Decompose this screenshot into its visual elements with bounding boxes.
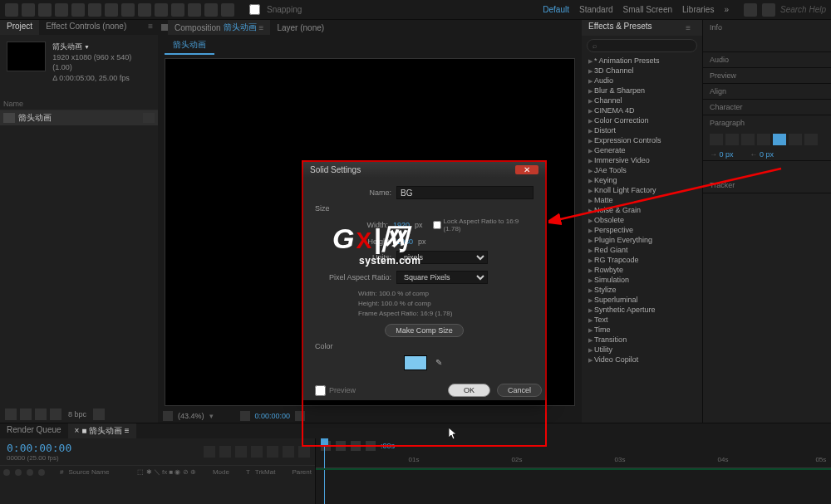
effects-category[interactable]: Color Correction xyxy=(582,115,702,125)
tl-fx-icon[interactable] xyxy=(251,446,263,458)
tab-close-icon[interactable] xyxy=(161,24,168,31)
effects-category[interactable]: Perspective xyxy=(582,225,702,235)
effects-category[interactable]: Expression Controls xyxy=(582,135,702,145)
name-input[interactable] xyxy=(396,186,534,199)
color-swatch[interactable] xyxy=(404,355,427,370)
panel-menu-icon[interactable]: ≡ xyxy=(143,20,158,35)
tl-shy-icon[interactable] xyxy=(235,446,247,458)
effects-category[interactable]: Video Copilot xyxy=(582,355,702,365)
selection-tool-icon[interactable] xyxy=(5,3,18,17)
source-name-column[interactable]: Source Name xyxy=(68,468,109,476)
tl-motion-blur-icon[interactable] xyxy=(267,446,278,458)
new-comp-icon[interactable] xyxy=(50,409,61,420)
tracker-panel-header[interactable]: Tracker xyxy=(703,178,831,193)
eyedropper-icon[interactable]: ✎ xyxy=(433,358,445,369)
indent-right-value[interactable]: 0 px xyxy=(760,150,774,159)
effects-category[interactable]: Knoll Light Factory xyxy=(582,185,702,195)
timeline-work-area[interactable] xyxy=(316,468,831,470)
timeline-playhead[interactable] xyxy=(324,438,325,504)
composition-breadcrumb[interactable]: 箭头动画 xyxy=(165,37,214,55)
width-value[interactable]: 1920 xyxy=(393,221,410,229)
effects-category[interactable]: RG Trapcode xyxy=(582,255,702,265)
effects-category[interactable]: * Animation Presets xyxy=(582,56,702,66)
timeline-tracks-area[interactable]: :00s 01s 02s 03s 04s 05s xyxy=(316,438,831,504)
timeline-ruler[interactable]: 01s 02s 03s 04s 05s xyxy=(316,453,831,468)
info-panel-header[interactable]: Info xyxy=(703,20,831,35)
render-queue-tab[interactable]: Render Queue xyxy=(0,423,68,438)
effects-category[interactable]: Rowbyte xyxy=(582,265,702,275)
eraser-tool-icon[interactable] xyxy=(188,3,201,17)
workspace-standard[interactable]: Standard xyxy=(579,5,613,14)
toolbar-right-icon-2[interactable] xyxy=(762,3,775,17)
effects-category[interactable]: Obsolete xyxy=(582,215,702,225)
pan-behind-tool-icon[interactable] xyxy=(88,3,101,17)
magnification-icon[interactable] xyxy=(163,411,173,421)
trkmat-column[interactable]: TrkMat xyxy=(255,468,276,476)
rotate-tool-icon[interactable] xyxy=(55,3,68,17)
eye-column-icon[interactable] xyxy=(3,469,10,476)
solo-column-icon[interactable] xyxy=(27,469,33,476)
effects-category[interactable]: Audio xyxy=(582,76,702,86)
interpret-footage-icon[interactable] xyxy=(20,409,32,420)
layer-number-column[interactable]: # xyxy=(60,468,63,476)
align-right-icon[interactable] xyxy=(741,134,755,145)
viewer-timecode[interactable]: 0:00:00:00 xyxy=(255,412,291,420)
tl-comp-marker-icon[interactable] xyxy=(219,446,231,458)
tl-search-icon[interactable] xyxy=(204,446,215,458)
audio-panel-header[interactable]: Audio xyxy=(703,52,831,67)
effects-category[interactable]: Matte xyxy=(582,195,702,205)
roto-tool-icon[interactable] xyxy=(204,3,218,17)
units-select[interactable]: pixels xyxy=(396,251,488,264)
effects-category[interactable]: Generate xyxy=(582,145,702,155)
delete-icon[interactable] xyxy=(93,409,105,420)
mode-column[interactable]: Mode xyxy=(213,468,229,476)
effects-category[interactable]: JAe Tools xyxy=(582,165,702,175)
workspace-small-screen[interactable]: Small Screen xyxy=(623,5,672,14)
text-tool-icon[interactable] xyxy=(138,3,151,17)
help-search[interactable]: Search Help xyxy=(780,5,826,14)
effect-controls-tab[interactable]: Effect Controls (none) xyxy=(39,20,133,35)
tl-graph-icon[interactable] xyxy=(283,446,294,458)
new-folder-icon[interactable] xyxy=(35,409,47,420)
effects-menu-icon[interactable]: ≡ xyxy=(681,22,696,34)
hand-tool-icon[interactable] xyxy=(22,3,35,17)
effects-search-input[interactable]: ⌕ xyxy=(587,39,697,52)
pen-tool-icon[interactable] xyxy=(121,3,135,17)
align-left-icon[interactable] xyxy=(710,134,723,145)
effects-category[interactable]: Text xyxy=(582,315,702,325)
preview-checkbox[interactable]: Preview xyxy=(315,385,356,396)
justify-all-icon[interactable] xyxy=(804,134,818,145)
effects-category[interactable]: Utility xyxy=(582,345,702,355)
effects-category[interactable]: Noise & Grain xyxy=(582,205,702,215)
effects-category[interactable]: Immersive Video xyxy=(582,155,702,165)
workspace-libraries[interactable]: Libraries xyxy=(682,5,714,14)
effects-category[interactable]: Stylize xyxy=(582,285,702,295)
project-thumbnail[interactable] xyxy=(7,42,46,71)
project-search-icon[interactable] xyxy=(5,409,17,420)
switches-column[interactable]: ⬚ ✱ ＼ fx ■ ◉ ⊘ ⊕ xyxy=(137,467,196,477)
align-panel-header[interactable]: Align xyxy=(703,84,831,99)
effects-category[interactable]: Simulation xyxy=(582,275,702,285)
character-panel-header[interactable]: Character xyxy=(703,100,831,115)
effects-category[interactable]: Plugin Everything xyxy=(582,235,702,245)
tl-snap-icon[interactable] xyxy=(298,446,310,458)
effects-category[interactable]: CINEMA 4D xyxy=(582,105,702,115)
dialog-close-button[interactable]: ✕ xyxy=(515,165,538,174)
make-comp-size-button[interactable]: Make Comp Size xyxy=(385,324,464,337)
shape-tool-icon[interactable] xyxy=(105,3,118,17)
effects-category[interactable]: Distort xyxy=(582,125,702,135)
clone-tool-icon[interactable] xyxy=(171,3,184,17)
snapping-checkbox[interactable] xyxy=(249,4,260,15)
dialog-titlebar[interactable]: Solid Settings ✕ xyxy=(303,162,545,178)
par-select[interactable]: Square Pixels xyxy=(396,271,488,284)
effects-category[interactable]: Synthetic Aperture xyxy=(582,305,702,315)
justify-right-icon[interactable] xyxy=(789,134,802,145)
project-tab[interactable]: Project xyxy=(0,20,39,35)
resolution-icon[interactable] xyxy=(240,411,250,421)
workspace-default[interactable]: Default xyxy=(543,5,569,14)
parent-column[interactable]: Parent xyxy=(292,468,312,476)
justify-center-icon[interactable] xyxy=(773,134,786,145)
effects-category[interactable]: Superluminal xyxy=(582,295,702,305)
zoom-tool-icon[interactable] xyxy=(38,3,52,17)
effects-category[interactable]: Red Giant xyxy=(582,245,702,255)
